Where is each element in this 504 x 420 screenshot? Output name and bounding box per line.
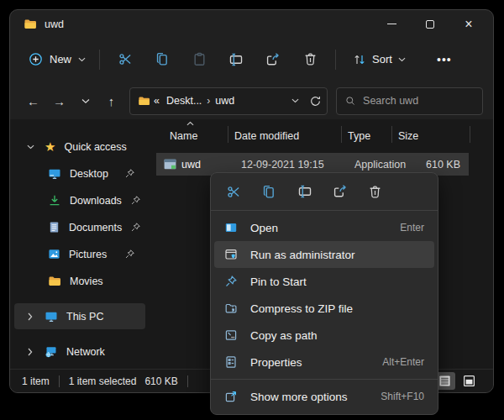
pictures-icon [48, 248, 60, 260]
chevron-down-icon [81, 98, 90, 104]
rename-icon [297, 184, 312, 199]
sidebar-item-downloads[interactable]: Downloads [14, 187, 145, 213]
maximize-button[interactable] [411, 11, 449, 37]
column-header-size[interactable]: Size [398, 130, 418, 142]
sidebar-item-pictures[interactable]: Pictures [14, 241, 145, 267]
menu-item-properties[interactable]: Properties Alt+Enter [214, 349, 434, 375]
forward-button[interactable]: → [46, 88, 72, 114]
recent-locations-button[interactable] [72, 88, 98, 114]
menu-item-open[interactable]: Open Enter [214, 214, 434, 241]
pin-icon [124, 168, 135, 179]
large-icons-view-icon [463, 375, 475, 387]
search-box[interactable] [336, 87, 483, 115]
breadcrumb-collapsed[interactable]: « [150, 95, 163, 107]
paste-icon [192, 52, 207, 66]
file-type: Application [354, 159, 406, 171]
delete-button[interactable] [291, 45, 328, 75]
chevron-down-icon[interactable] [24, 144, 36, 150]
sidebar-item-this-pc[interactable]: This PC [14, 303, 145, 329]
sidebar-item-movies[interactable]: Movies [14, 268, 145, 294]
breadcrumb-current[interactable]: uwd [212, 95, 238, 107]
copy-icon [155, 52, 170, 66]
search-icon [345, 95, 355, 107]
paste-button[interactable] [181, 45, 218, 75]
see-more-button[interactable]: ••• [428, 45, 461, 75]
statusbar-divider [187, 375, 188, 387]
documents-icon [48, 221, 60, 234]
column-divider[interactable] [391, 126, 392, 143]
menu-item-label: Open [250, 222, 278, 234]
cut-button[interactable] [107, 45, 144, 75]
ellipsis-icon: ••• [437, 53, 452, 66]
breadcrumb-parent[interactable]: Deskt... [163, 95, 205, 107]
sidebar-item-documents[interactable]: Documents [14, 214, 145, 240]
zip-icon [224, 302, 238, 315]
application-icon [163, 157, 177, 171]
up-button[interactable]: ↑ [98, 88, 124, 114]
column-divider[interactable] [228, 126, 228, 143]
column-header-type[interactable]: Type [348, 130, 370, 142]
large-icons-view-button[interactable] [458, 372, 480, 390]
sidebar-item-label: Movies [70, 276, 103, 287]
address-dropdown-chevron-icon[interactable] [291, 98, 299, 103]
search-input[interactable] [363, 95, 474, 107]
toolbar: New Sort [10, 39, 493, 80]
menu-item-label: Run as administrator [250, 249, 355, 261]
menu-item-copy-as-path[interactable]: Copy as path [214, 322, 434, 349]
sidebar-item-label: Quick access [64, 141, 126, 153]
back-arrow-icon: ← [27, 94, 39, 108]
selection-size: 610 KB [144, 375, 177, 387]
refresh-icon [309, 95, 322, 108]
properties-icon [224, 355, 238, 369]
rename-button[interactable] [289, 178, 320, 205]
delete-icon [303, 52, 318, 66]
maximize-icon [426, 20, 434, 29]
refresh-button[interactable] [309, 95, 322, 108]
show-more-icon [224, 390, 238, 403]
menu-item-label: Properties [250, 356, 302, 369]
menu-item-run-as-administrator[interactable]: Run as administrator [214, 241, 434, 268]
chevron-right-icon[interactable] [24, 312, 36, 321]
new-button[interactable]: New [22, 47, 92, 71]
minimize-icon [387, 24, 396, 24]
sidebar-item-quick-access[interactable]: ★ Quick access [14, 134, 145, 160]
menu-item-shortcut: Shift+F10 [381, 391, 424, 402]
sidebar-item-label: Pictures [69, 249, 107, 260]
selection-summary: 1 item selected [69, 375, 137, 387]
share-button[interactable] [255, 45, 291, 75]
menu-item-compress-to-zip[interactable]: Compress to ZIP file [214, 295, 434, 322]
minimize-button[interactable] [372, 11, 411, 37]
star-icon: ★ [45, 140, 55, 153]
back-button[interactable]: ← [20, 88, 46, 114]
chevron-right-icon[interactable] [24, 348, 36, 356]
cut-icon [227, 185, 241, 199]
run-as-admin-icon [224, 248, 238, 261]
share-button[interactable] [324, 178, 355, 205]
copy-button[interactable] [144, 45, 181, 75]
rename-button[interactable] [218, 45, 255, 75]
copy-path-icon [224, 328, 238, 342]
sidebar: ★ Quick access Desktop Downloads [10, 119, 150, 369]
chevron-down-icon [398, 57, 406, 62]
column-header-name[interactable]: Name [170, 130, 197, 142]
chevron-down-icon [78, 57, 86, 62]
column-divider[interactable] [341, 126, 342, 143]
menu-item-pin-to-start[interactable]: Pin to Start [214, 268, 434, 295]
statusbar-divider [59, 375, 60, 387]
copy-button[interactable] [254, 178, 285, 205]
close-button[interactable]: × [449, 11, 488, 37]
delete-button[interactable] [360, 178, 391, 205]
navigation-bar: ← → ↑ « Deskt... › uwd [10, 82, 493, 119]
menu-item-shortcut: Alt+Enter [382, 356, 424, 368]
sidebar-item-desktop[interactable]: Desktop [14, 160, 145, 186]
column-header-date[interactable]: Date modified [234, 130, 299, 142]
sort-button[interactable]: Sort [346, 48, 412, 71]
sort-button-label: Sort [372, 53, 392, 66]
cut-button[interactable] [218, 178, 249, 205]
folder-icon [138, 95, 150, 108]
menu-item-label: Copy as path [250, 329, 318, 342]
sidebar-item-network[interactable]: Network [14, 339, 145, 365]
address-bar[interactable]: « Deskt... › uwd [129, 87, 328, 115]
menu-item-show-more-options[interactable]: Show more options Shift+F10 [214, 383, 434, 410]
column-divider[interactable] [470, 126, 470, 143]
